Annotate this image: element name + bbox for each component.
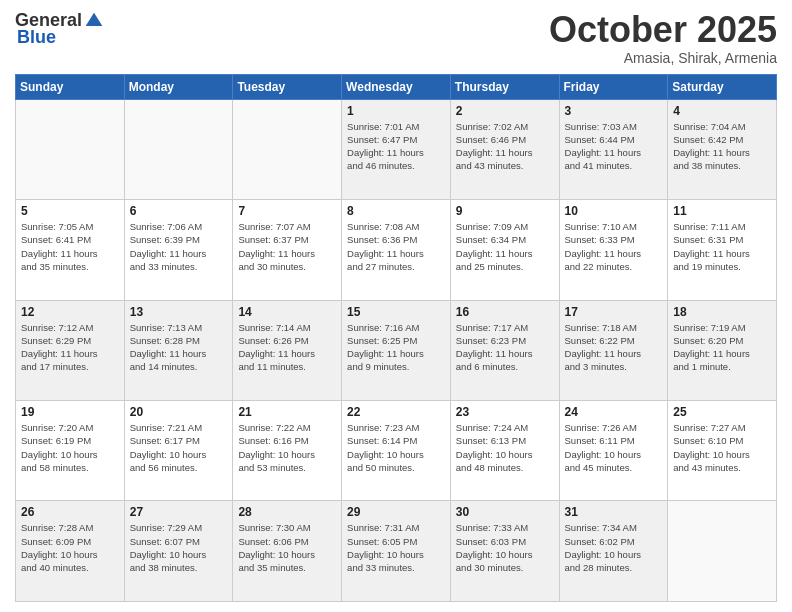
table-row [16, 99, 125, 199]
subtitle: Amasia, Shirak, Armenia [549, 50, 777, 66]
table-row [668, 501, 777, 602]
table-row: 23Sunrise: 7:24 AM Sunset: 6:13 PM Dayli… [450, 401, 559, 501]
title-block: October 2025 Amasia, Shirak, Armenia [549, 10, 777, 66]
table-row: 17Sunrise: 7:18 AM Sunset: 6:22 PM Dayli… [559, 300, 668, 400]
table-row: 9Sunrise: 7:09 AM Sunset: 6:34 PM Daylig… [450, 200, 559, 300]
day-number: 11 [673, 204, 771, 218]
logo-icon [84, 11, 104, 31]
table-row: 26Sunrise: 7:28 AM Sunset: 6:09 PM Dayli… [16, 501, 125, 602]
logo: General Blue [15, 10, 104, 48]
day-number: 6 [130, 204, 228, 218]
day-info: Sunrise: 7:04 AM Sunset: 6:42 PM Dayligh… [673, 120, 771, 173]
day-info: Sunrise: 7:29 AM Sunset: 6:07 PM Dayligh… [130, 521, 228, 574]
day-info: Sunrise: 7:33 AM Sunset: 6:03 PM Dayligh… [456, 521, 554, 574]
day-number: 20 [130, 405, 228, 419]
svg-marker-0 [86, 12, 103, 25]
day-number: 8 [347, 204, 445, 218]
col-sunday: Sunday [16, 74, 125, 99]
day-number: 18 [673, 305, 771, 319]
day-number: 26 [21, 505, 119, 519]
day-info: Sunrise: 7:30 AM Sunset: 6:06 PM Dayligh… [238, 521, 336, 574]
table-row: 19Sunrise: 7:20 AM Sunset: 6:19 PM Dayli… [16, 401, 125, 501]
table-row: 11Sunrise: 7:11 AM Sunset: 6:31 PM Dayli… [668, 200, 777, 300]
table-row: 18Sunrise: 7:19 AM Sunset: 6:20 PM Dayli… [668, 300, 777, 400]
day-number: 29 [347, 505, 445, 519]
calendar-table: Sunday Monday Tuesday Wednesday Thursday… [15, 74, 777, 602]
day-info: Sunrise: 7:09 AM Sunset: 6:34 PM Dayligh… [456, 220, 554, 273]
table-row: 20Sunrise: 7:21 AM Sunset: 6:17 PM Dayli… [124, 401, 233, 501]
day-info: Sunrise: 7:19 AM Sunset: 6:20 PM Dayligh… [673, 321, 771, 374]
day-info: Sunrise: 7:08 AM Sunset: 6:36 PM Dayligh… [347, 220, 445, 273]
col-tuesday: Tuesday [233, 74, 342, 99]
day-info: Sunrise: 7:24 AM Sunset: 6:13 PM Dayligh… [456, 421, 554, 474]
day-number: 30 [456, 505, 554, 519]
table-row: 30Sunrise: 7:33 AM Sunset: 6:03 PM Dayli… [450, 501, 559, 602]
day-info: Sunrise: 7:21 AM Sunset: 6:17 PM Dayligh… [130, 421, 228, 474]
table-row: 10Sunrise: 7:10 AM Sunset: 6:33 PM Dayli… [559, 200, 668, 300]
table-row: 25Sunrise: 7:27 AM Sunset: 6:10 PM Dayli… [668, 401, 777, 501]
day-number: 31 [565, 505, 663, 519]
table-row: 12Sunrise: 7:12 AM Sunset: 6:29 PM Dayli… [16, 300, 125, 400]
table-row: 31Sunrise: 7:34 AM Sunset: 6:02 PM Dayli… [559, 501, 668, 602]
day-number: 22 [347, 405, 445, 419]
day-number: 1 [347, 104, 445, 118]
table-row: 2Sunrise: 7:02 AM Sunset: 6:46 PM Daylig… [450, 99, 559, 199]
table-row: 28Sunrise: 7:30 AM Sunset: 6:06 PM Dayli… [233, 501, 342, 602]
day-info: Sunrise: 7:03 AM Sunset: 6:44 PM Dayligh… [565, 120, 663, 173]
day-info: Sunrise: 7:20 AM Sunset: 6:19 PM Dayligh… [21, 421, 119, 474]
day-number: 12 [21, 305, 119, 319]
day-number: 3 [565, 104, 663, 118]
day-number: 4 [673, 104, 771, 118]
table-row: 27Sunrise: 7:29 AM Sunset: 6:07 PM Dayli… [124, 501, 233, 602]
table-row: 1Sunrise: 7:01 AM Sunset: 6:47 PM Daylig… [342, 99, 451, 199]
day-number: 23 [456, 405, 554, 419]
table-row [124, 99, 233, 199]
table-row: 13Sunrise: 7:13 AM Sunset: 6:28 PM Dayli… [124, 300, 233, 400]
table-row: 8Sunrise: 7:08 AM Sunset: 6:36 PM Daylig… [342, 200, 451, 300]
day-info: Sunrise: 7:01 AM Sunset: 6:47 PM Dayligh… [347, 120, 445, 173]
day-number: 27 [130, 505, 228, 519]
day-number: 17 [565, 305, 663, 319]
day-number: 7 [238, 204, 336, 218]
day-number: 19 [21, 405, 119, 419]
day-number: 2 [456, 104, 554, 118]
day-info: Sunrise: 7:11 AM Sunset: 6:31 PM Dayligh… [673, 220, 771, 273]
day-info: Sunrise: 7:05 AM Sunset: 6:41 PM Dayligh… [21, 220, 119, 273]
col-saturday: Saturday [668, 74, 777, 99]
day-info: Sunrise: 7:10 AM Sunset: 6:33 PM Dayligh… [565, 220, 663, 273]
day-info: Sunrise: 7:07 AM Sunset: 6:37 PM Dayligh… [238, 220, 336, 273]
calendar-week-row: 12Sunrise: 7:12 AM Sunset: 6:29 PM Dayli… [16, 300, 777, 400]
table-row: 16Sunrise: 7:17 AM Sunset: 6:23 PM Dayli… [450, 300, 559, 400]
logo-blue-text: Blue [17, 27, 56, 48]
header: General Blue October 2025 Amasia, Shirak… [15, 10, 777, 66]
day-number: 13 [130, 305, 228, 319]
table-row: 29Sunrise: 7:31 AM Sunset: 6:05 PM Dayli… [342, 501, 451, 602]
table-row: 4Sunrise: 7:04 AM Sunset: 6:42 PM Daylig… [668, 99, 777, 199]
day-info: Sunrise: 7:13 AM Sunset: 6:28 PM Dayligh… [130, 321, 228, 374]
day-info: Sunrise: 7:27 AM Sunset: 6:10 PM Dayligh… [673, 421, 771, 474]
day-info: Sunrise: 7:16 AM Sunset: 6:25 PM Dayligh… [347, 321, 445, 374]
day-info: Sunrise: 7:23 AM Sunset: 6:14 PM Dayligh… [347, 421, 445, 474]
day-number: 24 [565, 405, 663, 419]
month-title: October 2025 [549, 10, 777, 50]
day-number: 16 [456, 305, 554, 319]
table-row: 3Sunrise: 7:03 AM Sunset: 6:44 PM Daylig… [559, 99, 668, 199]
day-info: Sunrise: 7:17 AM Sunset: 6:23 PM Dayligh… [456, 321, 554, 374]
day-info: Sunrise: 7:14 AM Sunset: 6:26 PM Dayligh… [238, 321, 336, 374]
day-info: Sunrise: 7:06 AM Sunset: 6:39 PM Dayligh… [130, 220, 228, 273]
day-number: 21 [238, 405, 336, 419]
col-monday: Monday [124, 74, 233, 99]
day-info: Sunrise: 7:18 AM Sunset: 6:22 PM Dayligh… [565, 321, 663, 374]
table-row: 14Sunrise: 7:14 AM Sunset: 6:26 PM Dayli… [233, 300, 342, 400]
table-row: 24Sunrise: 7:26 AM Sunset: 6:11 PM Dayli… [559, 401, 668, 501]
day-info: Sunrise: 7:34 AM Sunset: 6:02 PM Dayligh… [565, 521, 663, 574]
day-info: Sunrise: 7:12 AM Sunset: 6:29 PM Dayligh… [21, 321, 119, 374]
day-number: 10 [565, 204, 663, 218]
day-info: Sunrise: 7:28 AM Sunset: 6:09 PM Dayligh… [21, 521, 119, 574]
calendar-week-row: 26Sunrise: 7:28 AM Sunset: 6:09 PM Dayli… [16, 501, 777, 602]
table-row: 7Sunrise: 7:07 AM Sunset: 6:37 PM Daylig… [233, 200, 342, 300]
day-number: 9 [456, 204, 554, 218]
calendar-week-row: 1Sunrise: 7:01 AM Sunset: 6:47 PM Daylig… [16, 99, 777, 199]
day-number: 28 [238, 505, 336, 519]
calendar-week-row: 5Sunrise: 7:05 AM Sunset: 6:41 PM Daylig… [16, 200, 777, 300]
